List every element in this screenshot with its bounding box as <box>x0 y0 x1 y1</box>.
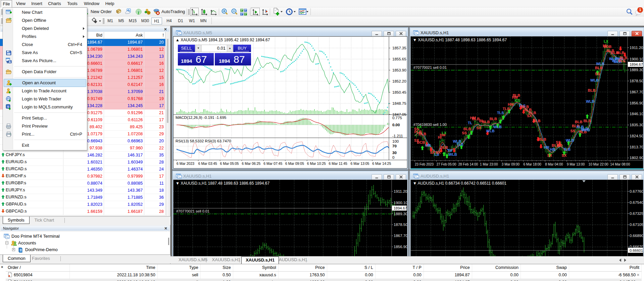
timeframe-m5[interactable]: M5 <box>116 17 127 25</box>
menubar-item-window[interactable]: Window <box>81 0 102 7</box>
file-menu-item-save-as[interactable]: Save AsCtrl+S <box>4 49 86 57</box>
chart-xauusd-s-h1[interactable]: 1911.201900.101889.301878.501867.701856.… <box>174 180 407 264</box>
navigator-scrollbar[interactable] <box>168 238 169 245</box>
tree-expand-minus[interactable]: − <box>5 241 8 244</box>
mw-row-euraud.s[interactable]: EURAUD.s1.603211.6034928 <box>0 158 165 166</box>
autotrading-button[interactable] <box>153 8 160 16</box>
bar-chart-button[interactable] <box>191 8 199 17</box>
periods-button[interactable] <box>285 8 293 17</box>
templates-button[interactable] <box>298 8 307 17</box>
timeframe-m15[interactable]: M15 <box>127 17 139 25</box>
file-menu-item-save-as-picture[interactable]: Save As Picture... <box>4 57 86 65</box>
window-titlebar[interactable]: XAUUSD.s,H1 <box>173 172 407 180</box>
file-menu-item-print-preview[interactable]: Print Preview <box>4 122 86 130</box>
buy-button[interactable]: BUY <box>233 45 251 52</box>
nav-tab-common[interactable]: Common <box>3 255 31 262</box>
menubar-item-insert[interactable]: Insert <box>29 0 45 7</box>
sell-price-panel[interactable]: 1894 67 <box>178 53 214 65</box>
chart-canvas-3[interactable]: 1911.201900.101889.301878.501867.701856.… <box>173 180 407 264</box>
term-header-swap[interactable]: Swap <box>521 264 569 271</box>
mw-tab-symbols[interactable]: Symbols <box>3 217 30 224</box>
expert-gear-button[interactable] <box>144 8 151 16</box>
order-row-70419830[interactable]: 704198302023.03.10 16:20:12sell1.00xauus… <box>6 279 642 281</box>
indicators-button[interactable] <box>272 7 281 17</box>
term-header-sl[interactable]: S / L <box>327 264 375 271</box>
menubar-item-help[interactable]: Help <box>103 0 117 7</box>
timeframe-m1[interactable]: M1 <box>105 17 116 25</box>
mw-row-gbpaud.s[interactable]: GBPAUD.s1.820231.8205229 <box>0 201 165 208</box>
autotrading-label[interactable]: AutoTrading <box>161 7 185 16</box>
window-titlebar[interactable]: AUDUSD.s,H1 <box>410 172 643 180</box>
new-order-button[interactable]: New Order <box>91 7 112 16</box>
term-header-size[interactable]: Size <box>200 264 233 271</box>
volume-up-button[interactable]: ▲ <box>227 45 233 52</box>
symbols-dropdown-arrow[interactable] <box>99 20 101 22</box>
mw-row-eurcad.s[interactable]: EURCAD.s1.463501.4637424 <box>0 166 165 173</box>
zoom-out-button[interactable] <box>231 8 239 17</box>
mw-row-gbpcad.s[interactable]: GBPCAD.s1.661591.6618728 <box>0 208 165 215</box>
term-header-time[interactable]: Time <box>69 264 157 271</box>
chart-xauusd-s-h1[interactable]: 1911.201900.101889.301878.501867.701856.… <box>411 37 643 169</box>
nav-tab-favorites[interactable]: Favorites <box>27 255 54 263</box>
term-header-tp[interactable]: T / P <box>375 264 424 271</box>
symbols-button[interactable] <box>91 17 99 26</box>
menubar-item-charts[interactable]: Charts <box>45 0 64 7</box>
menubar-item-tools[interactable]: Tools <box>64 0 81 7</box>
order-row-65019804[interactable]: 650198042022.11.18 10:38:50sell0.50xauus… <box>6 271 642 279</box>
window-tab-3[interactable]: XAUUSD.s,H1 <box>241 256 279 264</box>
file-menu-item-print[interactable]: Print...Ctrl+P <box>4 130 86 138</box>
file-menu-item-profiles[interactable]: Profiles <box>4 33 86 41</box>
timeframe-d1[interactable]: D1 <box>175 17 186 25</box>
menubar-item-file[interactable]: File <box>1 0 12 7</box>
line-chart-button[interactable] <box>210 8 218 17</box>
file-menu-item-close[interactable]: CloseCtrl+F4 <box>4 41 86 49</box>
file-menu-item-print-setup[interactable]: Print Setup... <box>4 114 86 122</box>
term-header-symbol[interactable]: Symbol <box>233 264 278 271</box>
menubar-item-view[interactable]: View <box>13 0 28 7</box>
term-header-commission[interactable]: Commission <box>472 264 521 271</box>
file-menu-item-new-chart[interactable]: New Chart <box>4 8 86 16</box>
zoom-in-button[interactable] <box>221 8 229 17</box>
file-menu-item-login-to-trade-account[interactable]: Login to Trade Account <box>4 87 86 95</box>
chart-canvas-1[interactable]: 1857.351855.651853.901852.201850.451848.… <box>173 36 407 169</box>
term-header-price[interactable]: Price <box>278 264 327 271</box>
term-header-profit[interactable]: Profit <box>569 264 641 271</box>
file-menu-item-open-an-account[interactable]: Open an Account <box>4 79 86 87</box>
indicators-dropdown-arrow[interactable] <box>281 11 283 12</box>
radar-button[interactable] <box>135 8 142 16</box>
search-icon[interactable] <box>626 8 634 17</box>
term-header-price[interactable]: Price <box>424 264 472 271</box>
file-menu-item-open-offline[interactable]: Open Offline <box>4 16 86 25</box>
templates-dropdown-arrow[interactable] <box>306 11 308 12</box>
file-menu-item-login-to-web-trader[interactable]: Login to Web Trader <box>4 95 86 103</box>
market-watch-scrollbar[interactable] <box>166 39 169 240</box>
chart-cloud-button[interactable] <box>125 8 132 16</box>
timeframe-mn[interactable]: MN <box>198 17 209 25</box>
terminal-close-icon[interactable]: × <box>1 265 5 269</box>
file-menu-item-exit[interactable]: Exit <box>4 141 86 149</box>
chart-audusd-s-h1[interactable]: 0.677600.675400.673250.671050.668900.666… <box>411 180 643 264</box>
chart-shift-button[interactable] <box>261 8 269 17</box>
timeframe-m30[interactable]: M30 <box>139 17 151 25</box>
volume-input[interactable]: 0.01 <box>202 45 227 52</box>
tile-windows-button[interactable] <box>240 8 248 17</box>
mw-row-eurgbp.s[interactable]: EURGBP.s0.880740.8808511 <box>0 180 165 187</box>
timeframe-w1[interactable]: W1 <box>186 17 198 25</box>
candle-chart-button[interactable] <box>200 8 208 17</box>
file-menu-item-open-data-folder[interactable]: Open Data Folder <box>4 68 86 76</box>
window-tab-2[interactable]: XAUUSD.s,H1 <box>208 256 245 264</box>
order-book-button[interactable] <box>115 8 122 16</box>
tree-expand-plus[interactable]: + <box>12 248 15 251</box>
volume-down-button[interactable]: ▼ <box>196 45 201 52</box>
close-order-icon[interactable]: × <box>637 273 639 277</box>
sell-button[interactable]: SELL <box>178 45 195 52</box>
chart-canvas-4[interactable]: 0.677600.675400.673250.671050.668900.666… <box>410 180 643 264</box>
periods-dropdown-arrow[interactable] <box>294 11 296 12</box>
term-header-order[interactable]: Order / <box>6 264 69 271</box>
mw-row-eurnzd.s[interactable]: EURNZD.s1.718491.7188536 <box>0 194 165 201</box>
timeframe-h1[interactable]: H1 <box>151 17 162 25</box>
mw-tab-tick-chart[interactable]: Tick Chart <box>30 217 59 225</box>
file-menu-item-open-deleted[interactable]: Open Deleted <box>4 25 86 33</box>
mw-row-eurjpy.s[interactable]: EURJPY.s143.349143.36718 <box>0 187 165 194</box>
term-header-type[interactable]: Type <box>157 264 200 271</box>
